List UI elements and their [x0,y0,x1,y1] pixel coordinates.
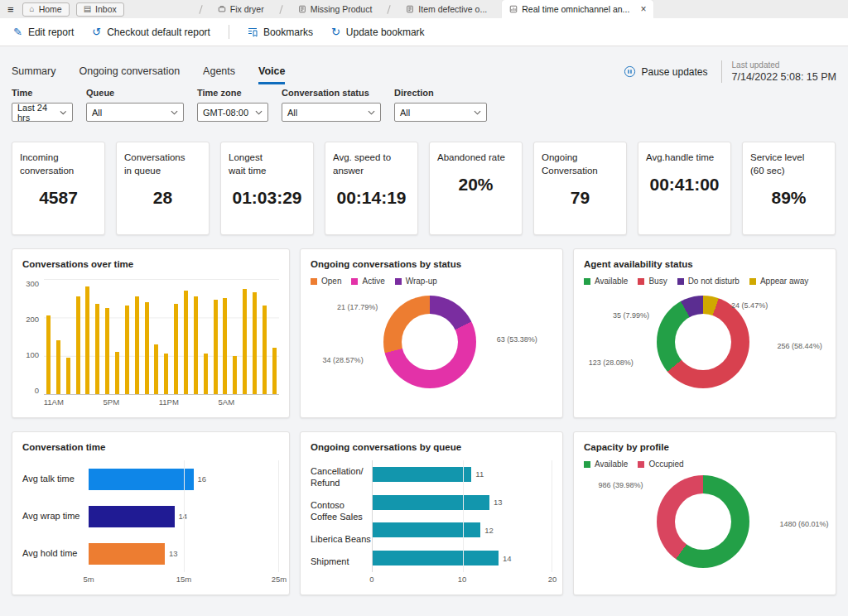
bar [89,469,194,490]
direction-filter-select[interactable]: All [394,103,487,122]
bookmarks-label: Bookmarks [263,26,313,38]
kpi-title: Longest wait time [229,151,306,177]
legend-label: Active [362,277,384,286]
legend-label: Open [321,277,341,286]
tab-missing-product[interactable]: Missing Product [292,2,379,17]
queue-filter-select[interactable]: All [86,103,184,122]
kpi-title: Avg.handle time [646,151,723,164]
legend-swatch [677,278,684,285]
undo-icon: ↺ [92,26,101,37]
last-updated-value: 7/14/2022 5:08: 15 PM [732,71,836,83]
plot-area: 161413 [89,460,279,572]
pause-updates-button[interactable]: Pause updates [624,65,707,78]
pause-icon [624,65,636,78]
legend-label: Appear away [760,277,808,286]
checkout-default-report-button[interactable]: ↺ Checkout default report [92,26,210,38]
bar [373,467,471,482]
pencil-icon: ✎ [13,26,22,37]
bar [56,340,60,394]
legend-item: Active [351,277,384,286]
tab-fix-dryer[interactable]: Fix dryer [211,2,271,17]
kpi-conversations-in-queue: Conversations in queue 28 [116,142,210,235]
chart-legend: AvailableBusyDo not disturbAppear away [584,277,826,286]
tab-voice[interactable]: Voice [258,65,285,84]
tab-ongoing-conversation[interactable]: Ongoing conversation [79,65,180,84]
kpi-title: Ongoing Conversation [542,151,619,177]
kpi-value: 01:03:29 [229,188,306,208]
tab-real-time-omnichannel[interactable]: Real time omnichannel an... × [502,0,653,18]
charts-row-2: Conversation time Avg talk timeAvg wrap … [12,431,836,595]
form-icon [406,5,414,13]
x-axis: 11AM5PM11PM5AM [49,395,279,407]
legend-swatch [638,278,644,285]
hamburger-menu-icon[interactable]: ≡ [7,3,14,16]
kpi-row: Incoming conversation 4587 Conversations… [12,142,836,235]
y-tick-label: 0 [35,386,39,395]
card-capacity-by-profile: Capacity by profile AvailableOccupied 98… [573,431,836,595]
last-updated: Last updated 7/14/2022 5:08: 15 PM [721,60,836,83]
legend-swatch [584,461,590,468]
tab-summary[interactable]: Summary [12,65,55,84]
y-tick-label: 300 [26,279,39,288]
report-nav-row: Summary Ongoing conversation Agents Voic… [12,53,836,84]
bar [184,291,188,394]
category-label: Cancellation/ Refund [311,465,372,489]
donut-callout: 34 (28.57%) [323,356,364,364]
tab-home[interactable]: ⌂ Home [22,2,70,17]
update-bookmark-button[interactable]: ↻ Update bookmark [331,26,425,38]
conversation-status-filter-value: All [287,108,297,118]
tab-divider [279,5,282,14]
x-tick-label: 15m [176,575,191,584]
donut-callout: 63 (53.38%) [497,335,537,344]
bar [253,292,257,394]
edit-report-button[interactable]: ✎ Edit report [13,26,74,38]
kpi-value: 00:14:19 [333,188,410,208]
direction-filter: Direction All [394,88,487,122]
legend-item: Appear away [749,277,808,286]
kpi-value: 28 [124,188,201,208]
x-axis: 01020 [311,572,552,585]
bar [272,348,277,394]
bar [194,296,198,394]
legend-item: Busy [638,277,667,286]
refresh-icon: ↻ [331,26,340,37]
time-filter-select[interactable]: Last 24 hrs [12,103,73,122]
tab-label: Missing Product [311,4,373,14]
value-label: 16 [198,474,207,484]
legend-item: Wrap-up [395,277,437,286]
bar [95,304,99,394]
kpi-value: 79 [542,188,619,208]
tab-item-defective[interactable]: Item defective o... [399,2,494,17]
bar [89,506,175,527]
kpi-title: Conversations in queue [124,151,201,177]
tab-inbox[interactable]: ▤ Inbox [76,2,124,17]
bar [125,306,129,394]
y-axis: 3002001000 [22,279,44,395]
bar [214,300,218,394]
close-icon[interactable]: × [640,3,646,15]
bar [263,306,267,394]
bar [373,551,499,565]
tab-agents[interactable]: Agents [203,65,235,84]
gridline [552,460,552,572]
conversation-status-filter-select[interactable]: All [282,103,381,122]
card-agent-availability-status: Agent availability status AvailableBusyD… [573,248,836,418]
horizontal-bar-chart: Cancellation/ RefundContoso Coffee Sales… [311,460,552,585]
bar [233,356,237,394]
bookmarks-button[interactable]: Bookmarks [248,26,313,38]
donut-callout: 256 (58.44%) [778,342,822,350]
bar [204,354,208,394]
x-tick-label: 10 [458,575,467,584]
timezone-filter-select[interactable]: GMT-08:00 [197,103,268,122]
chevron-down-icon [60,110,67,115]
kpi-avg-handle-time: Avg.handle time 00:41:00 [638,142,731,235]
pause-updates-label: Pause updates [641,66,707,78]
category-label: Avg hold time [22,547,89,559]
category-label: Avg talk time [22,473,89,484]
conversation-status-filter: Conversation status All [282,88,381,122]
report-tabs: Summary Ongoing conversation Agents Voic… [12,65,285,84]
bar [164,354,168,394]
bar [66,358,70,394]
category-label: Avg wrap time [22,510,89,522]
bar [373,495,489,510]
